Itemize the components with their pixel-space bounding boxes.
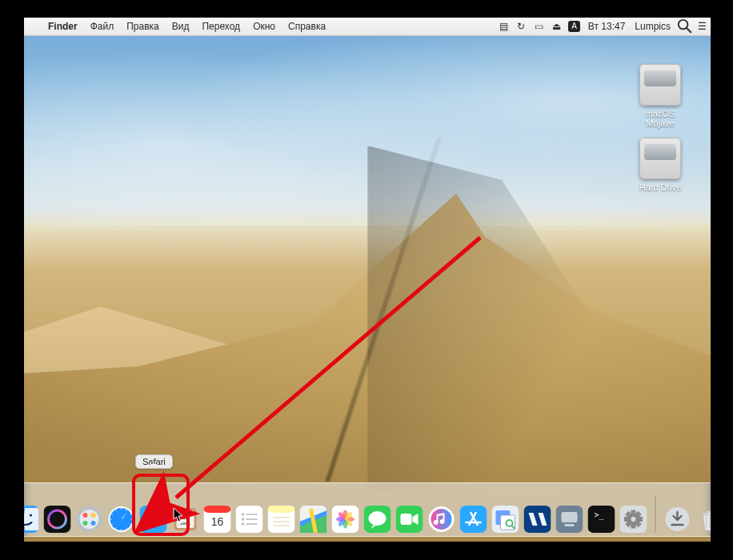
menu-go[interactable]: Переход [195,21,246,32]
menu-file[interactable]: Файл [84,21,121,32]
menubar-app-name[interactable]: Finder [42,21,84,32]
dock-app-contacts[interactable] [172,506,199,533]
svg-point-38 [242,518,245,521]
dock-app-calendar[interactable]: 16 [204,506,231,533]
dock-app-maps[interactable] [300,506,327,533]
dock-app-sysprefs[interactable] [620,506,647,533]
dock-app-bootdisk[interactable] [556,506,583,533]
search-icon[interactable] [675,18,693,37]
svg-rect-81 [640,517,643,522]
svg-rect-37 [246,514,258,515]
menu-edit[interactable]: Правка [120,21,166,32]
dock-app-finder[interactable] [24,506,39,533]
svg-rect-28 [145,514,162,525]
disk-icon[interactable]: ▤ [495,21,512,32]
input-language-badge[interactable]: A [568,21,580,32]
svg-text:16: 16 [211,515,224,528]
desktop-drive[interactable]: macOS Mojave [632,64,688,128]
svg-rect-33 [204,506,231,513]
dock-app-notes[interactable] [268,506,295,533]
menu-help[interactable]: Справка [282,21,332,32]
dock[interactable]: 16>_ [24,482,711,537]
dock-app-vbox[interactable] [524,506,551,533]
svg-point-36 [242,513,245,516]
drive-label: Hard Drive [632,182,688,192]
dock-app-trash[interactable] [696,506,711,533]
dock-app-appstore[interactable] [460,506,487,533]
dock-app-terminal[interactable]: >_ [588,506,615,533]
svg-rect-41 [246,523,258,525]
dock-tooltip-label: Safari [142,457,166,466]
menubar-clock[interactable]: Вт 13:47 [583,21,630,32]
dock-app-mail[interactable] [140,506,167,533]
desktop-drive[interactable]: Hard Drive [632,138,688,192]
drive-icon [639,64,681,106]
svg-text:>_: >_ [595,510,605,520]
svg-rect-43 [268,506,295,513]
dock-app-messages[interactable] [364,506,391,533]
svg-line-1 [687,28,691,32]
dock-app-siri[interactable] [44,506,71,533]
drive-label: macOS Mojave [632,109,688,128]
svg-rect-74 [562,512,578,522]
svg-point-40 [242,522,245,526]
airplay-icon[interactable]: ▭ [530,21,547,32]
desktop[interactable]: Finder Файл Правка Вид Переход Окно Спра… [24,18,711,542]
dock-app-itunes[interactable] [428,506,455,533]
svg-point-95 [707,511,711,513]
svg-rect-85 [624,517,627,522]
dock-app-downloads[interactable] [664,506,691,533]
svg-point-62 [431,509,452,530]
svg-point-12 [91,521,96,526]
svg-point-80 [631,517,636,522]
svg-point-8 [80,510,99,529]
dock-separator [655,496,656,533]
svg-rect-83 [631,526,636,529]
dock-app-facetime[interactable] [396,506,423,533]
svg-rect-72 [524,506,551,533]
drive-icon [639,138,681,179]
svg-point-58 [369,511,387,526]
control-center-icon[interactable]: ☰ [693,21,711,32]
svg-point-11 [83,521,88,526]
svg-rect-48 [332,506,359,533]
svg-point-31 [182,514,188,520]
menubar[interactable]: Finder Файл Правка Вид Переход Окно Спра… [24,18,711,36]
svg-rect-91 [703,513,711,515]
dock-app-launchpad[interactable] [76,506,103,533]
svg-rect-39 [246,518,258,520]
time-machine-icon[interactable]: ↻ [512,21,530,32]
menubar-user[interactable]: Lumpics [630,21,675,32]
svg-point-10 [91,513,96,518]
svg-point-9 [83,513,88,518]
dock-app-reminders[interactable] [236,506,263,533]
menu-window[interactable]: Окно [246,21,282,32]
svg-rect-60 [401,514,412,525]
svg-point-4 [30,514,32,516]
svg-rect-75 [565,524,575,526]
screenshot-frame: Finder Файл Правка Вид Переход Окно Спра… [22,16,712,543]
dock-tooltip: Safari [135,454,173,469]
dock-app-safari[interactable] [108,506,135,533]
dock-app-preview[interactable] [492,506,519,533]
svg-rect-87 [631,510,636,513]
dock-app-photos[interactable] [332,506,359,533]
menu-view[interactable]: Вид [166,21,196,32]
eject-icon[interactable]: ⏏ [547,21,565,32]
